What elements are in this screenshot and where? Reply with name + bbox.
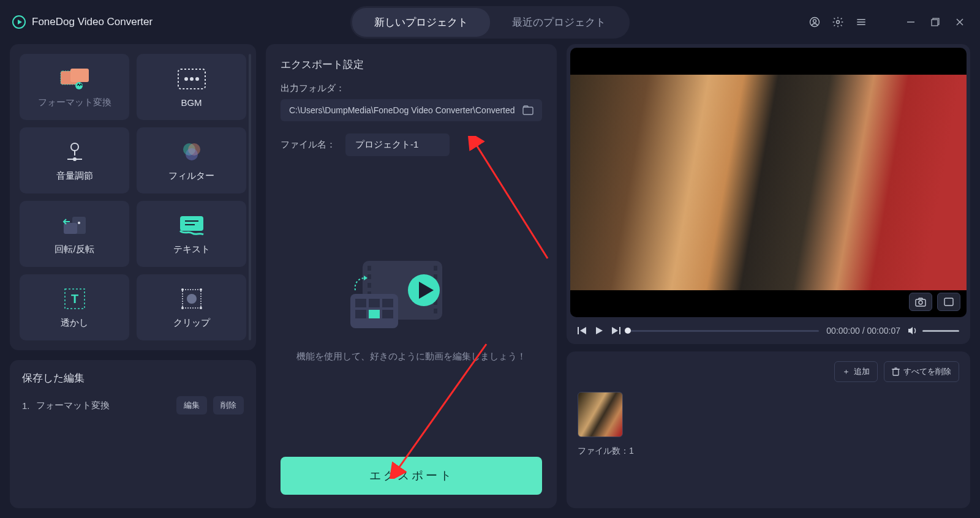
screenshot-button[interactable]	[909, 293, 932, 311]
tool-format-convert[interactable]: フォーマット変換	[20, 54, 129, 120]
tool-filter[interactable]: フィルター	[137, 127, 246, 193]
time-total: 00:00:07	[867, 326, 901, 336]
saved-edit-edit-button[interactable]: 編集	[176, 396, 207, 415]
svg-point-19	[73, 157, 77, 161]
svg-rect-51	[434, 309, 437, 313]
svg-rect-41	[368, 274, 371, 279]
svg-marker-71	[596, 327, 603, 334]
clip-icon	[180, 287, 203, 311]
filename-label: ファイル名：	[281, 139, 336, 151]
saved-edits-panel: 保存した編集 1. フォーマット変換 編集 削除	[10, 360, 256, 508]
gear-icon[interactable]	[831, 15, 845, 29]
add-file-label: 追加	[854, 366, 870, 377]
svg-rect-26	[180, 216, 203, 231]
volume-slider[interactable]	[922, 330, 959, 332]
tab-new-project[interactable]: 新しいプロジェクト	[352, 8, 490, 37]
volume-icon	[62, 140, 87, 164]
svg-marker-72	[612, 327, 618, 334]
svg-rect-25	[64, 223, 77, 234]
menu-icon[interactable]	[854, 15, 869, 29]
tool-watermark[interactable]: T 透かし	[20, 274, 129, 340]
svg-point-36	[181, 307, 184, 309]
delete-all-button[interactable]: すべてを削除	[884, 361, 959, 382]
svg-point-1	[813, 20, 816, 23]
svg-rect-73	[619, 327, 620, 334]
tool-clip[interactable]: クリップ	[137, 274, 246, 340]
saved-edits-title: 保存した編集	[22, 371, 244, 385]
close-button[interactable]	[952, 14, 968, 30]
account-icon[interactable]	[807, 15, 822, 29]
tool-volume[interactable]: 音量調節	[20, 127, 129, 193]
thumbnail-row	[578, 392, 959, 437]
file-count-label: ファイル数：	[578, 446, 629, 456]
svg-point-13	[75, 82, 83, 89]
tools-scrollbar[interactable]	[249, 54, 251, 340]
tool-rotate[interactable]: 回転/反転	[20, 201, 129, 267]
progress-bar[interactable]	[628, 330, 819, 332]
file-count-value: 1	[629, 446, 634, 456]
fullscreen-button[interactable]	[937, 293, 960, 311]
tool-label: テキスト	[173, 244, 210, 255]
watermark-icon: T	[63, 287, 86, 311]
filename-input[interactable]	[345, 133, 450, 156]
svg-marker-70	[580, 327, 586, 334]
minimize-button[interactable]	[903, 14, 919, 30]
volume-icon[interactable]	[908, 326, 918, 335]
export-panel: エクスポート設定 出力フォルダ： C:\Users\DumpMedia\Fone…	[266, 44, 557, 508]
output-folder-value: C:\Users\DumpMedia\FoneDog Video Convert…	[289, 105, 516, 115]
saved-edit-delete-button[interactable]: 削除	[213, 396, 244, 415]
files-panel: ＋追加 すべてを削除 ファイル数：1	[567, 351, 970, 508]
titlebar: FoneDog Video Converter 新しいプロジェクト 最近のプロジ…	[0, 0, 980, 44]
svg-rect-46	[434, 266, 437, 271]
svg-rect-12	[70, 69, 89, 82]
svg-point-37	[200, 307, 202, 309]
progress-knob[interactable]	[625, 328, 631, 334]
video-preview[interactable]	[570, 48, 967, 317]
next-button[interactable]	[611, 326, 620, 335]
tool-label: 透かし	[61, 317, 88, 329]
export-section-title: エクスポート設定	[281, 58, 542, 72]
tool-label: クリップ	[173, 317, 210, 329]
svg-rect-8	[932, 20, 938, 26]
svg-marker-74	[908, 327, 913, 334]
play-logo-icon	[12, 15, 26, 29]
svg-rect-69	[578, 327, 579, 334]
sidebar: フォーマット変換 BGM 音量調節	[10, 44, 256, 508]
window-controls	[807, 14, 968, 30]
right-column: 00:00:00 / 00:00:07 ＋追加	[567, 44, 970, 508]
prev-button[interactable]	[578, 326, 587, 335]
tool-label: フォーマット変換	[38, 97, 111, 108]
tool-text[interactable]: テキスト	[137, 201, 246, 267]
svg-rect-75	[893, 369, 899, 375]
player-controls: 00:00:00 / 00:00:07	[570, 317, 967, 340]
svg-rect-53	[355, 299, 366, 307]
add-file-button[interactable]: ＋追加	[834, 361, 878, 382]
time-sep: /	[860, 326, 867, 336]
tool-bgm[interactable]: BGM	[137, 54, 246, 120]
saved-edit-name: フォーマット変換	[36, 400, 170, 411]
svg-rect-68	[944, 298, 953, 306]
filmstrip-icon	[178, 67, 206, 91]
output-folder-field[interactable]: C:\Users\DumpMedia\FoneDog Video Convert…	[281, 99, 542, 121]
filter-icon	[179, 140, 204, 164]
svg-point-34	[181, 288, 184, 291]
logo-area: FoneDog Video Converter	[12, 15, 153, 29]
tools-panel: フォーマット変換 BGM 音量調節	[10, 44, 256, 350]
svg-point-67	[919, 301, 922, 304]
center-illustration: 機能を使用して、好きのように動画を編集しましょう！	[281, 168, 542, 445]
svg-point-17	[195, 77, 199, 81]
export-button[interactable]: エクスポート	[281, 457, 542, 495]
play-button[interactable]	[595, 326, 603, 335]
svg-text:T: T	[70, 292, 78, 306]
folder-browse-icon[interactable]	[522, 105, 533, 115]
svg-point-24	[78, 222, 80, 224]
rotate-icon	[61, 213, 88, 238]
maximize-button[interactable]	[927, 14, 943, 30]
preview-panel: 00:00:00 / 00:00:07	[567, 44, 970, 344]
file-thumbnail[interactable]	[578, 392, 623, 437]
svg-point-35	[200, 288, 202, 291]
tab-recent-project[interactable]: 最近のプロジェクト	[490, 8, 628, 37]
tool-label: フィルター	[168, 170, 214, 182]
svg-point-15	[184, 77, 188, 81]
delete-all-label: すべてを削除	[903, 366, 951, 377]
